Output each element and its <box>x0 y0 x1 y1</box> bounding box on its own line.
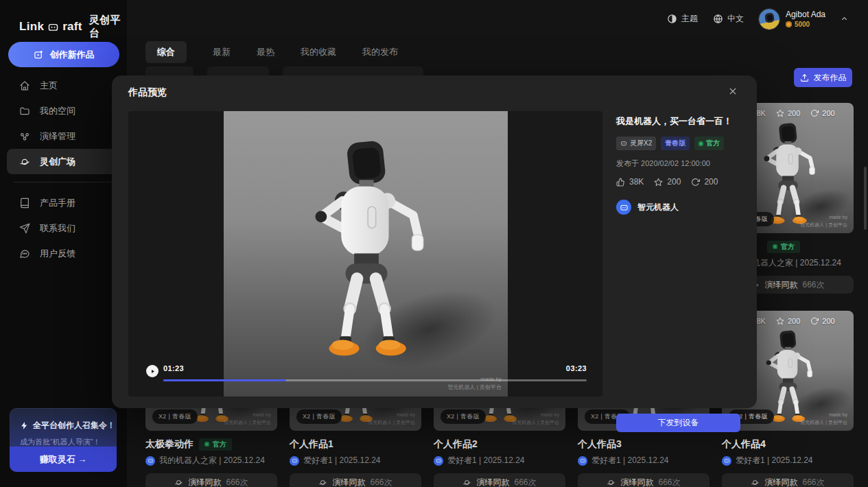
watermark: made by智元机器人 | 灵创平台 <box>224 412 271 426</box>
page-scrollbar[interactable] <box>864 167 867 230</box>
theme-label: 主题 <box>681 13 698 25</box>
card-author: 爱好者1 | 2025.12.24 <box>578 455 709 466</box>
sidebar-item-label: 灵创广场 <box>40 156 75 168</box>
earn-gems-button[interactable]: 赚取灵石 → <box>10 447 117 472</box>
promo-title: 全平台创作人召集令！ <box>33 420 115 431</box>
planet-icon <box>607 478 615 487</box>
tab-2[interactable]: 最新 <box>213 46 231 58</box>
card-author: 爱好者1 | 2025.12.24 <box>434 455 565 466</box>
sidebar-nav: 主页我的空间演绎管理灵创广场产品手册联系我们用户反馈 <box>0 73 127 266</box>
close-icon[interactable] <box>728 86 738 96</box>
language-switcher[interactable]: 中文 <box>713 13 744 25</box>
video-watermark: made by 智元机器人 | 灵创平台 <box>447 375 502 392</box>
robot-face-icon <box>620 140 627 147</box>
author-avatar <box>145 456 155 466</box>
card-author: 爱好者1 | 2025.12.24 <box>290 455 421 466</box>
coin-icon <box>786 21 792 27</box>
play-button[interactable] <box>146 365 159 377</box>
theme-icon <box>667 14 677 24</box>
model-edition-badge: X2 | 青春版 <box>441 409 486 424</box>
remix-same-button[interactable]: 演绎同款666次 <box>722 473 854 487</box>
platform-name: 灵创平台 <box>89 14 127 40</box>
publish-date: 发布于 2020/02/02 12:00:00 <box>616 158 740 169</box>
official-dot-icon <box>699 141 703 146</box>
author-avatar <box>722 456 731 466</box>
coin-balance: 5000 <box>786 21 825 28</box>
topbar: 主题 中文 <box>127 0 868 38</box>
share-icon <box>810 317 819 325</box>
current-time: 01:23 <box>163 364 184 372</box>
card-title: 太极拳动作 <box>145 438 193 451</box>
sidebar-item-label: 主页 <box>40 80 58 92</box>
user-menu[interactable]: Agibot Ada 5000 <box>759 9 849 29</box>
watermark: made by智元机器人 | 灵创平台 <box>800 412 847 426</box>
card-title-row: 太极拳动作官方 <box>145 438 277 450</box>
home-icon <box>19 80 30 91</box>
progress-fill <box>163 379 286 381</box>
sidebar-item-label: 我的空间 <box>40 105 75 117</box>
sidebar-item-feedback[interactable]: 用户反馈 <box>0 241 127 266</box>
remix-same-button[interactable]: 演绎同款666次 <box>578 473 709 487</box>
card-author: 我的机器人之家 | 2025.12.24 <box>145 455 277 466</box>
stars-stat: 200 <box>776 109 800 117</box>
planet-icon <box>462 478 471 487</box>
shares-stat: 200 <box>810 317 834 325</box>
work-title: 我是机器人，买一台省一百！ <box>616 115 740 128</box>
card-title: 个人作品2 <box>434 438 478 451</box>
sidebar: Linkraft 灵创平台 创作新作品 主页我的空间演绎管理灵创广场产品手册联系… <box>0 0 127 487</box>
deploy-to-device-button[interactable]: 下发到设备 <box>616 414 740 432</box>
sort-tabs: 综合最新最热我的收藏我的发布 <box>145 43 398 62</box>
remix-same-button[interactable]: 演绎同款666次 <box>290 473 421 487</box>
theme-toggle[interactable]: 主题 <box>667 13 698 25</box>
promo-subtitle: 成为首批“机器人导演”！ <box>20 437 116 447</box>
watermark: made by智元机器人 | 灵创平台 <box>800 214 847 228</box>
modal-title: 作品预览 <box>128 86 167 99</box>
sidebar-item-label: 用户反馈 <box>40 248 75 260</box>
shares-stat: 200 <box>691 177 718 187</box>
share-icon <box>810 109 819 117</box>
tab-5[interactable]: 我的发布 <box>362 46 398 58</box>
sidebar-item-space[interactable]: 我的空间 <box>0 98 127 123</box>
sidebar-item-label: 产品手册 <box>40 197 75 209</box>
sidebar-item-square[interactable]: 灵创广场 <box>7 149 127 174</box>
avatar <box>759 9 779 29</box>
tab-1[interactable]: 综合 <box>145 41 187 63</box>
author-avatar <box>434 456 443 466</box>
sidebar-item-perform[interactable]: 演绎管理 <box>0 123 127 149</box>
shares-stat: 200 <box>810 109 834 117</box>
app-window: 主题 中文 <box>0 0 868 487</box>
chevron-up-icon[interactable] <box>840 14 849 23</box>
tab-3[interactable]: 最热 <box>257 46 274 58</box>
robot-figure <box>287 132 445 362</box>
video-plus-icon <box>34 49 44 60</box>
bolt-icon <box>20 421 29 430</box>
progress-bar[interactable] <box>163 379 587 381</box>
sidebar-item-manual[interactable]: 产品手册 <box>0 190 127 215</box>
stars-stat: 200 <box>654 177 681 187</box>
logo-robot-face-icon <box>47 21 59 33</box>
create-new-work-button[interactable]: 创作新作品 <box>8 42 119 67</box>
video-player: made by 智元机器人 | 灵创平台 01:23 03:23 <box>128 111 602 396</box>
publish-work-button[interactable]: 发布作品 <box>794 68 852 87</box>
model-edition-badge: X2 | 青春版 <box>152 409 198 424</box>
card-author: 爱好者1 | 2025.12.24 <box>722 455 854 466</box>
sidebar-item-home[interactable]: 主页 <box>0 73 127 98</box>
remix-same-button[interactable]: 演绎同款666次 <box>145 473 277 487</box>
author-avatar <box>616 200 631 215</box>
author-row[interactable]: 智元机器人 <box>616 200 740 215</box>
author-avatar <box>578 456 587 466</box>
official-badge: 官方 <box>767 241 800 253</box>
card-title-row: 个人作品3 <box>578 438 709 450</box>
sidebar-item-contact[interactable]: 联系我们 <box>0 215 127 241</box>
remix-same-button[interactable]: 演绎同款666次 <box>434 473 565 487</box>
star-icon <box>654 178 663 187</box>
model-edition-badge: X2 | 青春版 <box>296 409 342 424</box>
thumbs-up-icon <box>616 178 625 187</box>
work-stats: 38K 200 200 <box>616 177 740 187</box>
upload-icon <box>800 73 809 82</box>
edition-tag: 青春版 <box>661 136 690 150</box>
tab-4[interactable]: 我的收藏 <box>301 46 336 58</box>
work-detail-panel: 我是机器人，买一台省一百！ 灵犀X2 青春版 官方 发布于 2020/02/02… <box>616 111 740 396</box>
planet-icon <box>174 478 183 487</box>
stars-stat: 200 <box>776 317 800 325</box>
